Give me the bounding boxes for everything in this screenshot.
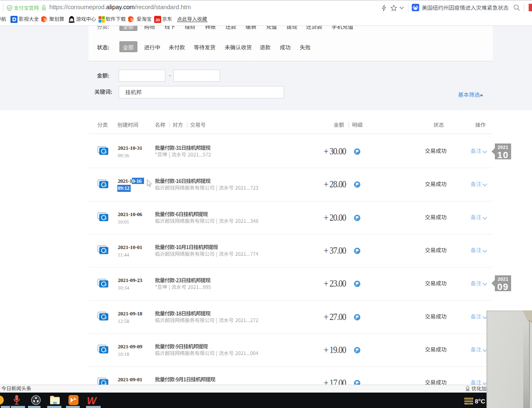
svg-text:JD: JD — [155, 18, 160, 22]
